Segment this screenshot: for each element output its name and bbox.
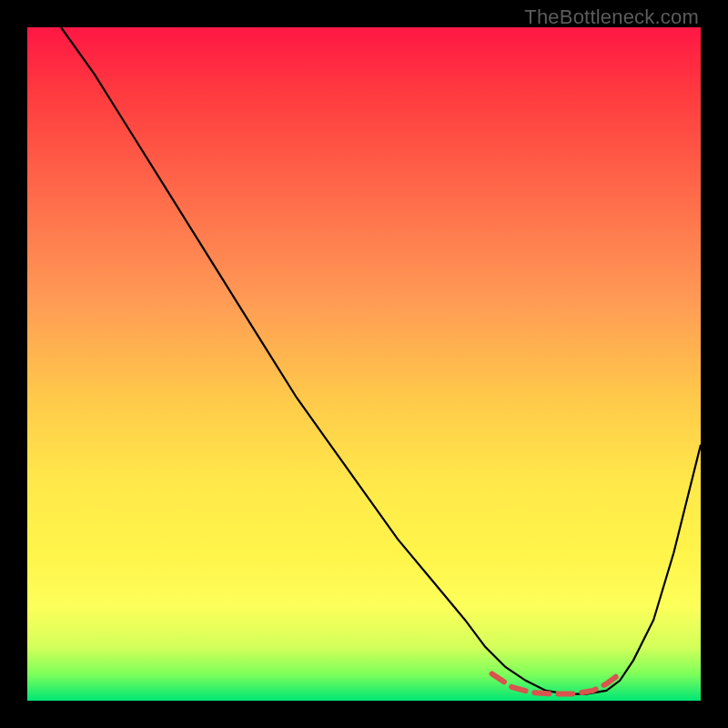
chart-frame <box>27 27 701 701</box>
bottleneck-curve <box>61 27 701 694</box>
watermark-text: TheBottleneck.com <box>524 5 699 29</box>
chart-svg <box>27 27 701 701</box>
